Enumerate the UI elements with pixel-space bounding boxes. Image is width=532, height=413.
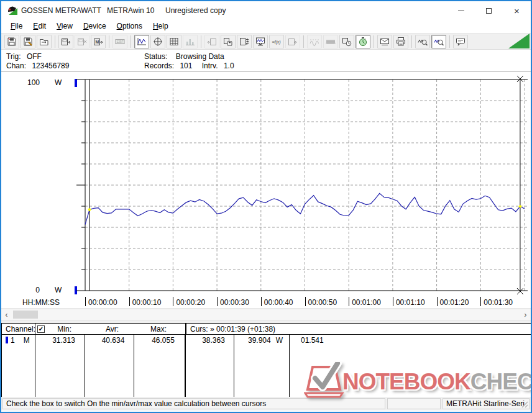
channel-number: 1 <box>11 336 15 345</box>
wave-low-button <box>307 35 322 48</box>
print-icon <box>396 37 406 47</box>
svg-text:=f(x): =f(x) <box>272 40 281 45</box>
scroll-thumb[interactable] <box>13 311 38 319</box>
device-log-disk-button[interactable] <box>221 35 236 48</box>
status-value: Browsing Data <box>176 52 224 61</box>
title-app-vendor: GOSSEN METRAWATT <box>21 6 101 15</box>
measurement-table: Channel: ✓ Min: Avr: Max: Curs: » 00:01:… <box>1 323 531 397</box>
table-header-row: Channel: ✓ Min: Avr: Max: Curs: » 00:01:… <box>2 324 531 335</box>
menu-options[interactable]: Options <box>112 20 147 32</box>
table-row: 1M 31.313 40.634 46.055 38.363 39.904W 0… <box>2 335 531 397</box>
open-file-button[interactable] <box>37 35 52 48</box>
trigger-value: OFF <box>27 52 42 61</box>
device-memory-button[interactable]: M <box>91 35 106 48</box>
save-file-icon <box>7 37 17 47</box>
print-report-button[interactable] <box>377 35 392 48</box>
cell-cursor-diff: 01.541 <box>290 335 531 397</box>
x-axis-tick-label: 00:00:50 <box>308 298 337 307</box>
menu-edit[interactable]: Edit <box>29 20 50 32</box>
close-button[interactable]: × <box>503 1 531 20</box>
zoom-mode-button[interactable] <box>415 35 430 48</box>
view-table-button[interactable] <box>167 35 181 48</box>
view-scope-icon <box>153 37 163 47</box>
svg-text:1257: 1257 <box>117 40 124 43</box>
metrawin-window: GOSSEN METRAWATT METRAwin 10 Unregistere… <box>0 0 532 413</box>
timer-setup-icon <box>342 37 352 47</box>
close-icon: × <box>514 6 520 16</box>
view-chart-button[interactable] <box>134 35 149 48</box>
cell-cursor2-value: 39.904W <box>234 335 290 397</box>
timer-run-button[interactable] <box>355 35 370 48</box>
save-file-button[interactable] <box>4 35 19 48</box>
y-axis-unit-bottom: W <box>55 286 62 294</box>
maximize-button[interactable] <box>475 1 503 20</box>
device-read-icon <box>61 37 71 47</box>
zoom-wave-icon <box>434 37 444 47</box>
x-axis-tick-label: 00:00:10 <box>132 298 162 307</box>
statusbar-device-name: METRAHit Starline-Seri <box>443 398 530 409</box>
print-button[interactable] <box>393 35 408 48</box>
view-chart-icon <box>137 37 147 47</box>
title-license-note: Unregistered copy <box>165 6 226 15</box>
x-axis-tick <box>305 297 306 306</box>
x-axis-tick-label: 00:01:00 <box>352 298 381 307</box>
cell-avr: 40.634 <box>85 335 134 397</box>
device-config-icon <box>239 37 249 47</box>
cell-max: 46.055 <box>134 335 186 397</box>
window-controls: × <box>447 1 531 20</box>
records-label: Records: <box>144 61 174 70</box>
x-axis-tick <box>129 297 130 306</box>
wave-dense-button <box>323 35 338 48</box>
toolbar-separator <box>201 35 201 48</box>
device-export-button <box>204 35 219 48</box>
header-max: Max: <box>119 325 167 334</box>
view-histogram-button <box>183 35 198 48</box>
zoom-wave-button[interactable] <box>431 35 446 48</box>
online-monitor-button[interactable] <box>253 35 268 48</box>
scroll-left-arrow[interactable]: ‹ <box>1 309 12 320</box>
device-clear-button <box>75 35 89 48</box>
cell-min: 31.313 <box>35 335 85 397</box>
toolbar-separator <box>303 35 304 48</box>
x-axis: HH:MM:SS 00:00:0000:00:1000:00:2000:00:3… <box>1 297 531 307</box>
menu-device[interactable]: Device <box>79 20 111 32</box>
menu-view[interactable]: View <box>52 20 77 32</box>
interval-value: 1.0 <box>224 61 234 70</box>
y-axis-unit-top: W <box>55 78 62 87</box>
trigger-label: Trig: <box>6 52 21 61</box>
hint-bubble-button[interactable] <box>453 35 468 48</box>
timer-run-icon <box>358 37 368 47</box>
device-config-button[interactable] <box>237 35 252 48</box>
channel-value: 123456789 <box>32 61 69 70</box>
device-memory-icon: M <box>93 37 103 47</box>
wave-dense-icon <box>326 37 336 47</box>
view-scope-button[interactable] <box>150 35 165 48</box>
records-value: 101 <box>180 61 192 70</box>
timer-setup-button[interactable] <box>339 35 354 48</box>
device-import-icon <box>288 37 298 47</box>
scroll-right-arrow[interactable]: › <box>520 309 531 320</box>
resize-grip-icon[interactable] <box>521 401 528 408</box>
menu-file[interactable]: File <box>6 20 27 32</box>
channel-color-marker <box>6 337 8 343</box>
acquisition-info-strip: Trig: OFF Chan: 123456789 Status: Browsi… <box>1 49 531 71</box>
open-file-icon <box>39 37 49 47</box>
x-axis-tick-label: 00:00:20 <box>176 298 205 307</box>
y-axis-max-label: 100 <box>20 78 40 87</box>
x-axis-caption: HH:MM:SS <box>22 298 60 307</box>
toolbar-separator <box>411 35 412 48</box>
header-channel: Channel: <box>2 324 35 334</box>
h-scrollbar[interactable]: ‹ › <box>1 309 531 320</box>
minimize-button[interactable] <box>447 1 475 20</box>
menu-help[interactable]: Help <box>149 20 173 32</box>
formula-fx-button[interactable]: =f(x) <box>269 35 284 48</box>
save-as-icon <box>23 37 33 47</box>
title-bar: GOSSEN METRAWATT METRAwin 10 Unregistere… <box>1 1 531 20</box>
hint-bubble-icon <box>456 37 466 47</box>
toolbar-separator <box>374 35 374 48</box>
chart-canvas[interactable] <box>76 76 530 294</box>
header-cursor-info: Curs: » 00:01:39 (+01:38) <box>186 324 531 334</box>
save-as-button[interactable] <box>21 35 35 48</box>
toolbar-separator <box>109 35 109 48</box>
device-read-button[interactable] <box>58 35 73 48</box>
